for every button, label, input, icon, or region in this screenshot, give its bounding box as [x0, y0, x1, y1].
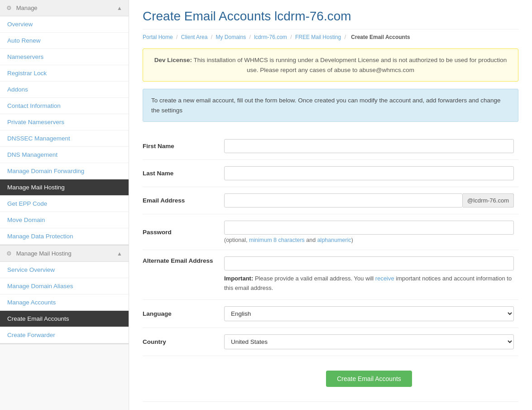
sidebar: ⚙ Manage ▲ Overview Auto Renew Nameserve… [0, 0, 129, 410]
alphanumeric-link[interactable]: alphanumeric [317, 237, 351, 243]
dev-license-text: This installation of WHMCS is running un… [192, 57, 507, 73]
email-input-wrap: @lcdrm-76.com [224, 193, 514, 207]
manage-section-item-epp[interactable]: Get EPP Code [0, 196, 129, 212]
submit-row: Create Email Accounts [143, 356, 518, 401]
password-hint: (optional, minimum 8 characters and alph… [224, 237, 514, 243]
manage-section-item-privatens[interactable]: Private Nameservers [0, 114, 129, 130]
mail-section: ⚙ Manage Mail Hosting ▲ Service Overview… [0, 246, 129, 344]
country-select[interactable]: United States United Kingdom Canada Aust… [224, 334, 514, 349]
manage-section-item-overview[interactable]: Overview [0, 16, 129, 33]
mail-section-title: Manage Mail Hosting [16, 250, 72, 257]
email-address-label: Email Address [143, 187, 220, 214]
password-label: Password [143, 214, 220, 250]
email-address-row: Email Address @lcdrm-76.com [143, 187, 518, 214]
mail-section-item-create-email[interactable]: Create Email Accounts [0, 311, 129, 327]
breadcrumb-sep-1: / [176, 34, 177, 40]
create-email-button[interactable]: Create Email Accounts [326, 371, 412, 387]
email-address-input[interactable] [224, 193, 463, 207]
manage-section-header: ⚙ Manage ▲ [0, 0, 129, 16]
breadcrumb-client-area[interactable]: Client Area [181, 34, 208, 40]
manage-section-item-nameservers[interactable]: Nameservers [0, 49, 129, 65]
info-alert-text: To create a new email account, fill out … [151, 97, 500, 114]
manage-section-item-mailhosting[interactable]: Manage Mail Hosting [0, 179, 129, 196]
manage-section-item-addons[interactable]: Addons [0, 82, 129, 98]
first-name-label: First Name [143, 133, 220, 160]
dev-license-strong: Dev License: [154, 57, 192, 63]
mail-section-header: ⚙ Manage Mail Hosting ▲ [0, 246, 129, 262]
page-title: Create Email Accounts lcdrm-76.com [143, 9, 518, 29]
manage-section-item-domainforward[interactable]: Manage Domain Forwarding [0, 163, 129, 179]
mail-section-item-aliases[interactable]: Manage Domain Aliases [0, 278, 129, 294]
breadcrumb-sep-3: / [249, 34, 251, 40]
breadcrumb-portal-home[interactable]: Portal Home [143, 34, 173, 40]
alt-email-important: Important: Please provide a valid email … [224, 274, 514, 293]
password-row: Password (optional, minimum 8 characters… [143, 214, 518, 250]
last-name-row: Last Name [143, 160, 518, 187]
alt-email-row: Alternate Email Address Important: Pleas… [143, 250, 518, 300]
breadcrumb-mail-hosting[interactable]: FREE Mail Hosting [295, 34, 341, 40]
manage-section-item-contact[interactable]: Contact Information [0, 98, 129, 114]
breadcrumb-domain[interactable]: lcdrm-76.com [254, 34, 287, 40]
chevron-up-icon: ▲ [117, 5, 122, 11]
gear-icon: ⚙ [6, 5, 12, 11]
breadcrumb-sep-5: / [345, 34, 346, 40]
manage-section-title: Manage [16, 5, 38, 11]
create-email-form: First Name Last Name Email Address [143, 133, 518, 402]
receive-link[interactable]: receive [375, 275, 394, 282]
breadcrumb-sep-2: / [211, 34, 212, 40]
language-label: Language [143, 299, 220, 328]
last-name-input[interactable] [224, 166, 514, 180]
min-chars-link[interactable]: minimum 8 characters [249, 237, 305, 243]
mail-section-item-accounts[interactable]: Manage Accounts [0, 294, 129, 311]
email-suffix: @lcdrm-76.com [463, 193, 514, 207]
last-name-label: Last Name [143, 160, 220, 187]
manage-section-item-registrarlock[interactable]: Registrar Lock [0, 65, 129, 82]
manage-section-item-movedomain[interactable]: Move Domain [0, 212, 129, 228]
language-row: Language English French German Spanish [143, 299, 518, 328]
first-name-row: First Name [143, 133, 518, 160]
gear-icon-mail: ⚙ [6, 250, 12, 257]
language-select[interactable]: English French German Spanish [224, 306, 514, 321]
breadcrumb: Portal Home / Client Area / My Domains /… [143, 34, 518, 40]
main-content: Create Email Accounts lcdrm-76.com Porta… [129, 0, 532, 410]
form-submit-area: Create Email Accounts [224, 362, 514, 395]
country-row: Country United States United Kingdom Can… [143, 328, 518, 356]
password-input[interactable] [224, 221, 514, 235]
country-label: Country [143, 328, 220, 356]
alt-email-input[interactable] [224, 256, 514, 270]
alt-email-label: Alternate Email Address [143, 250, 220, 300]
manage-section: ⚙ Manage ▲ Overview Auto Renew Nameserve… [0, 0, 129, 246]
chevron-up-icon-mail: ▲ [117, 251, 122, 257]
breadcrumb-my-domains[interactable]: My Domains [216, 34, 246, 40]
manage-section-item-dataprotection[interactable]: Manage Data Protection [0, 228, 129, 245]
dev-license-alert: Dev License: This installation of WHMCS … [143, 48, 518, 82]
first-name-input[interactable] [224, 139, 514, 153]
breadcrumb-sep-4: / [290, 34, 292, 40]
manage-section-item-autorenew[interactable]: Auto Renew [0, 33, 129, 49]
mail-section-item-overview[interactable]: Service Overview [0, 262, 129, 278]
manage-section-item-dnssec[interactable]: DNSSEC Management [0, 130, 129, 147]
mail-section-item-forwarder[interactable]: Create Forwarder [0, 327, 129, 343]
manage-section-item-dns[interactable]: DNS Management [0, 147, 129, 163]
breadcrumb-current: Create Email Accounts [351, 34, 410, 40]
info-alert: To create a new email account, fill out … [143, 89, 518, 122]
